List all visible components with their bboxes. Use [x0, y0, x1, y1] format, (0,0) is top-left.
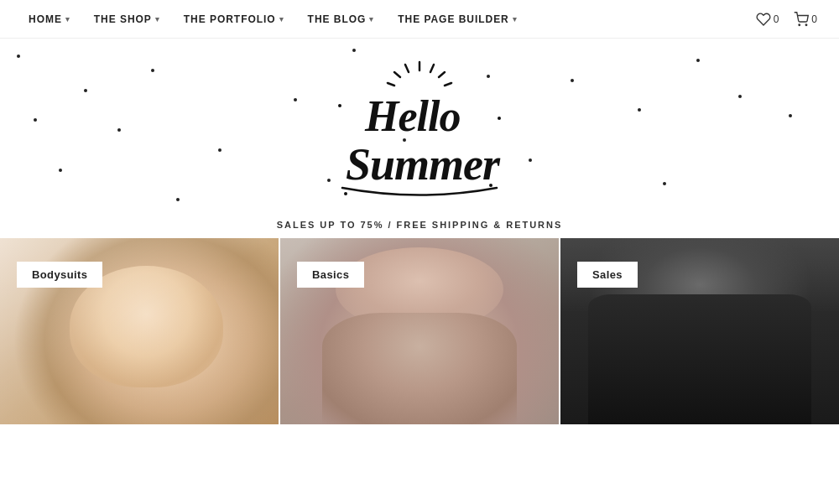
svg-point-1 — [806, 24, 808, 26]
svg-line-7 — [445, 83, 451, 86]
svg-line-4 — [405, 65, 409, 72]
nav-item-blog[interactable]: THE BLOG ▾ — [296, 0, 387, 39]
svg-point-12 — [498, 117, 501, 120]
navbar: HOME ▾ THE SHOP ▾ THE PORTFOLIO ▾ THE BL… — [0, 0, 839, 39]
category-basics[interactable]: Basics — [280, 238, 559, 424]
nav-home-label: HOME — [29, 13, 62, 25]
wishlist-button[interactable]: 0 — [751, 8, 784, 30]
categories-section: Bodysuits Basics Sales — [0, 238, 839, 424]
nav-left: HOME ▾ THE SHOP ▾ THE PORTFOLIO ▾ THE BL… — [17, 0, 529, 39]
nav-item-home[interactable]: HOME ▾ — [17, 0, 82, 39]
svg-point-14 — [344, 192, 347, 195]
nav-portfolio-label: THE PORTFOLIO — [184, 13, 276, 25]
svg-line-8 — [388, 83, 394, 86]
hero-logo-wrap: Hello Summer — [310, 55, 529, 206]
nav-item-page-builder[interactable]: THE PAGE BUILDER ▾ — [386, 0, 529, 39]
nav-item-portfolio[interactable]: THE PORTFOLIO ▾ — [172, 0, 296, 39]
nav-shop-chevron: ▾ — [155, 15, 160, 23]
cart-button[interactable]: 0 — [789, 8, 822, 30]
svg-text:Hello: Hello — [364, 92, 460, 140]
nav-shop-label: THE SHOP — [94, 13, 152, 25]
nav-item-shop[interactable]: THE SHOP ▾ — [82, 0, 172, 39]
hero-tagline: SALES UP TO 75% / FREE SHIPPING & RETURN… — [277, 220, 563, 230]
svg-point-13 — [489, 184, 492, 187]
svg-point-11 — [338, 104, 341, 107]
nav-home-chevron: ▾ — [65, 15, 70, 23]
category-bodysuits[interactable]: Bodysuits — [0, 238, 279, 424]
hero-section: Hello Summer SALES UP TO 75% / FREE SHIP… — [0, 39, 839, 238]
bodysuits-label: Bodysuits — [17, 262, 102, 288]
svg-line-3 — [430, 65, 434, 72]
cart-icon — [794, 12, 809, 27]
svg-line-6 — [394, 72, 400, 77]
nav-pagebuilder-label: THE PAGE BUILDER — [398, 13, 508, 25]
cart-count: 0 — [811, 13, 817, 25]
wishlist-count: 0 — [774, 13, 779, 25]
sales-label: Sales — [577, 262, 638, 288]
nav-right: 0 0 — [751, 8, 822, 30]
hello-summer-svg: Hello Summer — [310, 55, 529, 206]
nav-portfolio-chevron: ▾ — [279, 15, 284, 23]
nav-pagebuilder-chevron: ▾ — [513, 15, 518, 23]
svg-point-0 — [799, 24, 800, 26]
basics-label: Basics — [297, 262, 364, 288]
category-sales[interactable]: Sales — [560, 238, 839, 424]
nav-blog-chevron: ▾ — [369, 15, 374, 23]
nav-blog-label: THE BLOG — [308, 13, 367, 25]
svg-text:Summer: Summer — [346, 139, 501, 190]
heart-icon — [756, 12, 771, 27]
svg-line-5 — [439, 72, 445, 77]
